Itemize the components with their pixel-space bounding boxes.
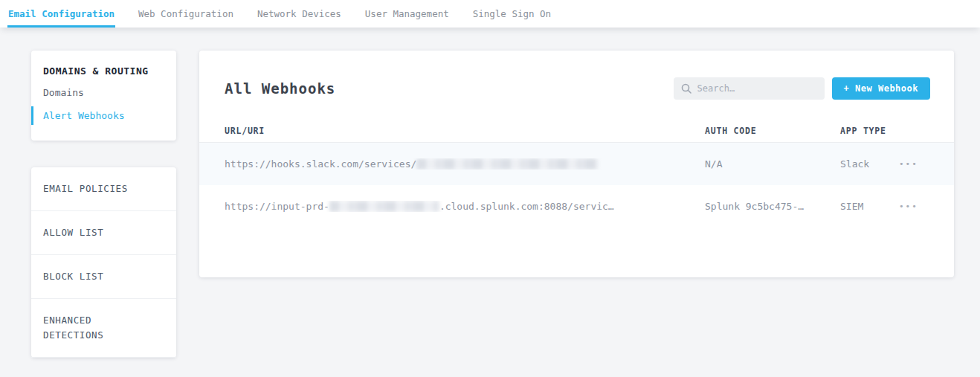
search-input[interactable]: [697, 83, 817, 94]
sidebar-section-label: BLOCK LIST: [43, 269, 103, 284]
webhook-url: https://input-prd-.cloud.splunk.com:8088…: [225, 201, 705, 212]
nav-tab-label: Email Configuration: [8, 8, 115, 19]
sidebar-heading: DOMAINS & ROUTING: [31, 65, 176, 81]
column-header-auth-code: AUTH CODE: [705, 126, 840, 136]
search-box[interactable]: [674, 77, 825, 100]
sidebar-section-item[interactable]: BLOCK LIST: [31, 255, 176, 299]
sidebar-nav-item[interactable]: Alert Webhooks: [31, 104, 176, 127]
new-webhook-button[interactable]: + New Webhook: [832, 77, 930, 100]
nav-tab[interactable]: Single Sign On: [472, 0, 552, 28]
sidebar-section-item[interactable]: ALLOW LIST: [31, 211, 176, 255]
url-visible-prefix: https://input-prd-: [225, 201, 329, 212]
sidebar-section-label: ALLOW LIST: [43, 225, 103, 240]
row-actions-menu-button[interactable]: •••: [897, 199, 920, 214]
nav-tab-label: Single Sign On: [473, 8, 551, 19]
app-type: Slack: [840, 158, 897, 170]
sidebar-sections: EMAIL POLICIES ALLOW LIST BLOCK LIST ENH…: [31, 167, 176, 358]
panel-header: All Webhooks + New Webhook: [199, 51, 954, 100]
sidebar-section-label: ENHANCED DETECTIONS: [43, 313, 147, 343]
auth-code: N/A: [705, 158, 840, 170]
nav-tab[interactable]: User Management: [364, 0, 450, 28]
column-header-app-type: APP TYPE: [840, 126, 897, 136]
redacted-url-segment: [416, 158, 599, 170]
sidebar-nav-item[interactable]: Domains: [31, 81, 176, 104]
sidebar-nav-item-label: Domains: [43, 87, 84, 98]
nav-tab-label: Network Devices: [257, 8, 341, 19]
top-navigation: Email Configuration Web Configuration Ne…: [0, 0, 980, 28]
row-actions-menu-button[interactable]: •••: [897, 156, 920, 172]
nav-tab-label: Web Configuration: [138, 8, 233, 19]
url-visible-suffix: .cloud.splunk.com:8088/servic…: [439, 201, 614, 212]
column-header-url: URL/URI: [225, 126, 705, 136]
sidebar-section-label: EMAIL POLICIES: [43, 181, 128, 196]
sidebar-domains-routing: DOMAINS & ROUTING Domains Alert Webhooks: [31, 51, 176, 141]
app-type: SIEM: [840, 201, 897, 212]
nav-tab-label: User Management: [365, 8, 449, 19]
sidebar-section-item[interactable]: ENHANCED DETECTIONS: [31, 299, 176, 358]
sidebar-section-item[interactable]: EMAIL POLICIES: [31, 167, 176, 211]
nav-tab[interactable]: Email Configuration: [7, 0, 115, 28]
table-row[interactable]: https://hooks.slack.com/services/ N/A Sl…: [199, 143, 954, 185]
sidebar-nav-item-label: Alert Webhooks: [43, 110, 125, 121]
page-title: All Webhooks: [225, 80, 674, 97]
nav-tab[interactable]: Network Devices: [257, 0, 342, 28]
table-header: URL/URI AUTH CODE APP TYPE: [199, 120, 954, 143]
search-icon: [681, 83, 692, 94]
redacted-url-segment: [329, 201, 439, 212]
table-row[interactable]: https://input-prd-.cloud.splunk.com:8088…: [199, 185, 954, 228]
webhooks-panel: All Webhooks + New Webhook URL/URI AUTH …: [199, 51, 954, 277]
webhook-url: https://hooks.slack.com/services/: [225, 158, 705, 170]
url-visible-prefix: https://hooks.slack.com/services/: [225, 158, 416, 170]
nav-tab[interactable]: Web Configuration: [138, 0, 234, 28]
auth-code: Splunk 9c5bc475-…: [705, 201, 840, 212]
